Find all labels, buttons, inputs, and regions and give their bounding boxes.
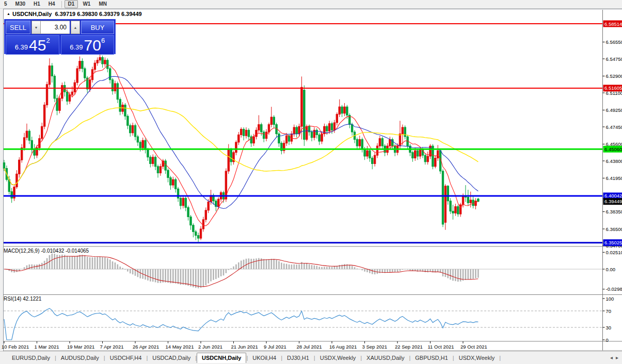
sell-button[interactable]: SELL — [6, 21, 30, 34]
symbol-tab-dj30-6[interactable]: DJ30,H1 — [282, 353, 314, 363]
candle-body — [147, 150, 149, 157]
candle-body — [145, 140, 146, 150]
candle-body — [273, 117, 275, 124]
candle-body — [172, 179, 174, 185]
candle-body — [114, 84, 116, 91]
candle-body — [16, 174, 18, 187]
candle-body — [374, 155, 375, 163]
candle-body — [76, 69, 78, 82]
date-tick-label: 28 Jul 2021 — [297, 344, 322, 350]
symbol-collapse-icon[interactable]: ▲ — [7, 12, 10, 15]
symbol-tab-eurusd-0[interactable]: EURUSD,Daily — [7, 353, 55, 363]
level-price-badge-label: 6.45060 — [604, 146, 622, 152]
candle-body — [253, 137, 254, 143]
symbol-tab-ukoil-5[interactable]: UKOil,H4 — [248, 353, 281, 363]
level-price-badge-label: 6.58514 — [604, 21, 622, 27]
candle-body — [298, 126, 300, 134]
candle-body — [202, 220, 204, 229]
candle-body — [197, 236, 199, 238]
tabs-scroll-right-icon[interactable]: ▸ — [614, 355, 620, 360]
candle-body — [296, 127, 297, 134]
rsi-tick-label: 70 — [606, 308, 612, 314]
candle-body — [412, 153, 413, 158]
symbol-tab-audusd-1[interactable]: AUDUSD,Daily — [56, 353, 104, 363]
candle-body — [107, 60, 108, 69]
date-tick-label: 11 Oct 2021 — [428, 344, 454, 350]
candle-body — [84, 69, 86, 78]
candle-body — [82, 61, 83, 69]
candle-body — [318, 135, 320, 141]
candle-body — [132, 125, 133, 133]
candle-body — [235, 142, 237, 153]
timeframe-button-h1[interactable]: H1 — [30, 0, 44, 8]
symbol-tab-usdx-7[interactable]: USDX,Weekly — [315, 353, 360, 363]
volume-increase-button[interactable]: ▲ — [71, 21, 80, 34]
volume-input[interactable]: 3.00 — [41, 21, 70, 34]
candle-body — [447, 186, 449, 201]
candle-body — [265, 132, 267, 139]
candle-body — [376, 146, 378, 155]
candle-body — [23, 138, 25, 148]
symbol-tab-gbpusd-9[interactable]: GBPUSD,H1 — [410, 353, 453, 363]
candle-body — [389, 139, 391, 146]
timeframe-button-w1[interactable]: W1 — [79, 0, 94, 8]
candle-body — [102, 57, 103, 64]
candle-body — [472, 200, 474, 206]
date-tick-label: 7 Apr 2021 — [100, 344, 124, 350]
candle-body — [69, 95, 70, 102]
price-tick-label: 6.56550 — [606, 39, 622, 45]
candle-body — [19, 160, 20, 174]
candle-body — [333, 123, 335, 130]
symbol-tab-xauusd-8[interactable]: XAUUSD,Daily — [362, 353, 409, 363]
rsi-tick-label: 100 — [606, 296, 614, 302]
candle-body — [366, 151, 368, 156]
date-tick-label: 16 Aug 2021 — [329, 344, 357, 350]
symbol-tab-usdcnh-4[interactable]: USDCNH,Daily — [197, 353, 246, 363]
candle-body — [437, 151, 439, 158]
buy-price-display[interactable]: 6.39 70 6 — [61, 35, 115, 55]
candle-body — [372, 158, 373, 164]
candle-body — [414, 151, 416, 158]
candle-body — [359, 139, 360, 146]
symbol-tab-bar: EURUSD,Daily|AUDUSD,Daily|USDCHF,H4|USDC… — [0, 351, 622, 363]
candle-body — [256, 130, 257, 137]
candle-body — [326, 126, 328, 131]
timeframe-button-h4[interactable]: H4 — [45, 0, 59, 8]
candle-body — [79, 61, 81, 69]
candle-body — [341, 107, 343, 113]
symbol-tab-usdchf-2[interactable]: USDCHF,H4 — [105, 353, 147, 363]
candle-body — [195, 231, 197, 235]
rsi-tick-label: 30 — [606, 325, 612, 330]
symbol-tab-usdx-10[interactable]: USDX,Weekly — [454, 353, 499, 363]
sell-price-pip: 2 — [46, 37, 50, 44]
candle-body — [467, 197, 469, 203]
buy-button[interactable]: BUY — [81, 21, 114, 34]
timeframe-button-d1[interactable]: D1 — [65, 0, 78, 8]
rsi-indicator-label: RSI(14) 42.1221 — [4, 296, 41, 302]
candle-body — [455, 207, 456, 213]
current-price-badge-label: 6.39449 — [604, 198, 622, 204]
timeframe-button-m30[interactable]: M30 — [12, 0, 29, 8]
candle-body — [477, 199, 479, 202]
candle-body — [245, 130, 247, 136]
candle-body — [381, 139, 383, 146]
sell-price-display[interactable]: 6.39 45 2 — [6, 35, 59, 55]
candle-body — [240, 129, 242, 135]
timeframe-button-mn[interactable]: MN — [95, 0, 110, 8]
price-tick-label: 6.43800 — [606, 158, 622, 164]
candle-body — [243, 129, 244, 136]
tabs-scroll-left-icon[interactable]: ◂ — [609, 355, 614, 360]
candle-body — [74, 82, 75, 92]
candle-body — [119, 100, 121, 112]
timeframe-button-5[interactable]: 5 — [1, 0, 11, 8]
chart-title: ▲USDCNH,Daily 6.39719 6.39830 6.39379 6.… — [7, 11, 142, 17]
candle-body — [200, 229, 201, 238]
candle-body — [94, 63, 95, 70]
rsi-tick-label: 0 — [606, 337, 609, 343]
candle-body — [43, 105, 45, 127]
volume-decrease-button[interactable]: ▼ — [31, 21, 41, 34]
symbol-tab-usdcad-3[interactable]: USDCAD,Daily — [148, 353, 195, 363]
candle-body — [457, 207, 459, 214]
candle-body — [452, 211, 454, 213]
candle-body — [344, 107, 345, 113]
